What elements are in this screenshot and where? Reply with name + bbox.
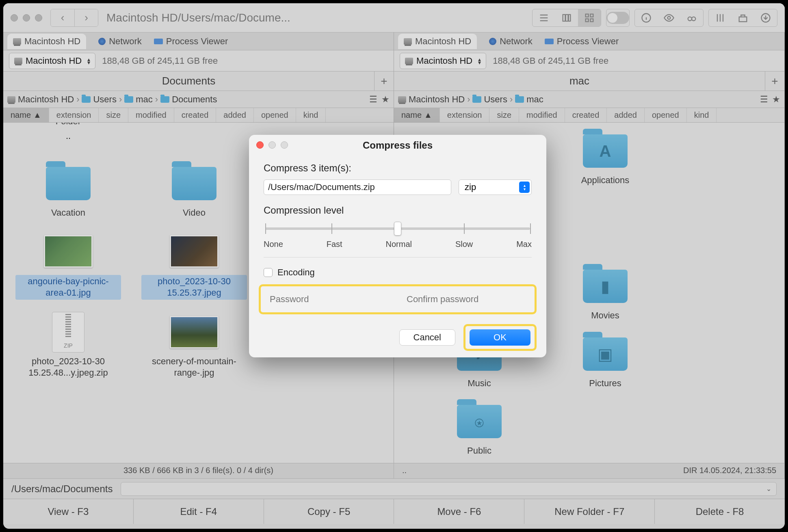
- disk-icon: [404, 38, 412, 45]
- image-thumbnail-icon: [170, 235, 219, 268]
- close-window-icon[interactable]: [11, 14, 18, 22]
- file-item[interactable]: Video: [133, 163, 255, 219]
- svg-point-1: [668, 16, 671, 19]
- minimize-window-icon[interactable]: [23, 14, 30, 22]
- view-list-icon[interactable]: [533, 9, 555, 26]
- hidden-files-toggle[interactable]: [606, 9, 629, 26]
- column-extension[interactable]: extension: [440, 108, 490, 122]
- fn-delete-button[interactable]: Delete - F8: [655, 499, 785, 524]
- file-item[interactable]: photo_2023-10-30 15.25.37.jpeg: [133, 231, 255, 300]
- file-item[interactable]: angourie-bay-picnic-area-01.jpg: [7, 231, 129, 300]
- folder-icon: [82, 96, 91, 103]
- binoculars-icon[interactable]: [680, 9, 703, 26]
- fn-edit-button[interactable]: Edit - F4: [134, 499, 264, 524]
- new-tab-button[interactable]: +: [374, 71, 394, 91]
- format-selector[interactable]: zip: [459, 179, 532, 195]
- window-title: Macintosh HD/Users/mac/Docume...: [106, 11, 290, 24]
- favorite-tab-macintosh-hd[interactable]: Macintosh HD: [7, 34, 86, 49]
- column-opened[interactable]: opened: [645, 108, 687, 122]
- password-highlight-box: [259, 284, 537, 314]
- password-input[interactable]: [266, 290, 393, 308]
- folder-icon: ▮: [583, 270, 628, 303]
- star-icon[interactable]: ★: [381, 94, 390, 105]
- share-icon[interactable]: [732, 9, 754, 26]
- ok-button[interactable]: OK: [470, 329, 530, 346]
- view-columns-icon[interactable]: [555, 9, 578, 26]
- menu-icon[interactable]: ☰: [760, 94, 768, 105]
- column-kind[interactable]: kind: [296, 108, 326, 122]
- column-opened[interactable]: opened: [254, 108, 296, 122]
- volume-selector[interactable]: Macintosh HD▴▾: [9, 53, 95, 69]
- fn-view-button[interactable]: View - F3: [3, 499, 134, 524]
- disk-icon: [13, 38, 21, 45]
- new-tab-button[interactable]: +: [765, 71, 784, 91]
- column-kind[interactable]: kind: [687, 108, 717, 122]
- column-modified[interactable]: modified: [519, 108, 565, 122]
- file-item[interactable]: scenery-of-mountain-range-.jpg: [133, 312, 255, 379]
- folder-icon: ▣: [583, 337, 628, 371]
- folder-icon: [124, 96, 133, 103]
- ok-highlight-box: OK: [463, 324, 537, 351]
- column-created[interactable]: created: [565, 108, 607, 122]
- file-item[interactable]: Vacation: [7, 163, 129, 219]
- download-icon[interactable]: [754, 9, 777, 26]
- column-name[interactable]: name ▲: [394, 108, 440, 122]
- encoding-checkbox[interactable]: [264, 268, 273, 277]
- compression-slider[interactable]: [265, 227, 530, 230]
- file-item[interactable]: AApplications: [544, 131, 666, 186]
- close-dialog-icon[interactable]: [256, 141, 264, 149]
- compression-level-label: Compression level: [264, 205, 532, 216]
- image-thumbnail-icon: [170, 316, 219, 348]
- dialog-title: Compress files: [363, 140, 433, 151]
- favorite-tab-network[interactable]: Network: [489, 36, 533, 47]
- cancel-button[interactable]: Cancel: [399, 329, 455, 346]
- menu-icon[interactable]: ☰: [369, 94, 377, 105]
- folder-icon: [160, 96, 169, 103]
- globe-icon: [98, 38, 106, 45]
- column-added[interactable]: added: [216, 108, 254, 122]
- free-space-text: 188,48 GB of 245,11 GB free: [102, 56, 218, 66]
- chevron-updown-icon: [519, 182, 530, 193]
- airdrop-icon[interactable]: [709, 9, 732, 26]
- fn-move-button[interactable]: Move - F6: [394, 499, 524, 524]
- nav-arrows: ‹ ›: [50, 9, 98, 27]
- column-added[interactable]: added: [607, 108, 645, 122]
- folder-icon: [46, 167, 91, 200]
- encoding-label: Encoding: [277, 267, 315, 278]
- current-path: /Users/mac/Documents: [11, 483, 113, 495]
- archive-path-input[interactable]: [264, 179, 451, 195]
- column-name[interactable]: name ▲: [3, 108, 49, 122]
- favorite-tab-macintosh-hd[interactable]: Macintosh HD: [398, 34, 477, 49]
- favorite-tab-process-viewer[interactable]: Process Viewer: [154, 36, 228, 47]
- forward-button[interactable]: ›: [74, 9, 98, 26]
- column-modified[interactable]: modified: [128, 108, 174, 122]
- column-extension[interactable]: extension: [49, 108, 99, 122]
- star-icon[interactable]: ★: [772, 94, 780, 105]
- confirm-password-input[interactable]: [403, 290, 530, 308]
- favorite-tab-process-viewer[interactable]: Process Viewer: [545, 36, 619, 47]
- favorite-tab-network[interactable]: Network: [98, 36, 142, 47]
- column-created[interactable]: created: [174, 108, 216, 122]
- disk-icon: [14, 58, 22, 64]
- slider-thumb[interactable]: [394, 222, 401, 236]
- column-size[interactable]: size: [489, 108, 519, 122]
- fn-newfolder-button[interactable]: New Folder - F7: [524, 499, 655, 524]
- file-item[interactable]: ▮Movies: [544, 266, 666, 322]
- file-item[interactable]: ZIPphoto_2023-10-30 15.25.48...y.jpeg.zi…: [7, 312, 129, 379]
- file-item[interactable]: ▣Pictures: [544, 334, 666, 389]
- column-size[interactable]: size: [99, 108, 128, 122]
- back-button[interactable]: ‹: [51, 9, 74, 26]
- minimize-dialog-icon: [268, 141, 276, 149]
- path-dropdown[interactable]: ⌄: [121, 482, 777, 496]
- window-traffic-lights[interactable]: [11, 14, 42, 22]
- zoom-window-icon[interactable]: [35, 14, 42, 22]
- view-icons-icon[interactable]: [578, 9, 601, 26]
- preview-icon[interactable]: [658, 9, 680, 26]
- directory-title: Documents: [3, 75, 374, 87]
- fn-copy-button[interactable]: Copy - F5: [264, 499, 394, 524]
- volume-selector[interactable]: Macintosh HD▴▾: [400, 53, 486, 69]
- info-icon[interactable]: [635, 9, 658, 26]
- file-item[interactable]: ⍟Public: [418, 401, 540, 457]
- disk-icon: [405, 58, 413, 64]
- disk-icon: [7, 96, 15, 103]
